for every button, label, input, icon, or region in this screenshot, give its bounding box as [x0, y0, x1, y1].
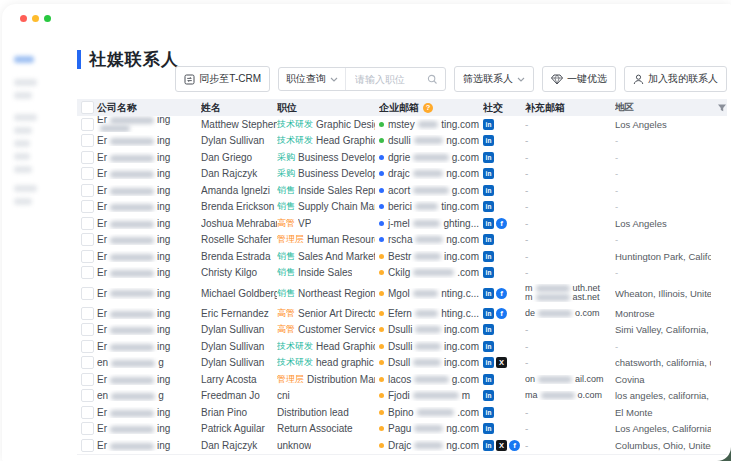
row-checkbox[interactable] [81, 422, 94, 435]
linkedin-icon[interactable]: in [483, 374, 494, 385]
table-row[interactable]: EringBrian PinoDistribution leadBpino.co… [77, 404, 727, 421]
sidebar-item-blurred[interactable] [14, 114, 37, 121]
row-checkbox[interactable] [81, 217, 94, 230]
linkedin-icon[interactable]: in [483, 423, 494, 434]
table-row[interactable]: EringAmanda Ignelzi销售Inside Sales Repres… [77, 182, 727, 199]
minimize-window-button[interactable] [32, 15, 39, 22]
filter-funnel-icon[interactable] [717, 103, 727, 113]
linkedin-icon[interactable]: in [483, 185, 494, 196]
linkedin-icon[interactable]: in [483, 341, 494, 352]
blurred-text [110, 377, 154, 384]
table-row[interactable]: EringEric Fernandez高管Senior Art Director… [77, 305, 727, 322]
row-checkbox[interactable] [81, 167, 94, 180]
table-row[interactable]: EringDylan Sullivan高管Customer Service Re… [77, 322, 727, 339]
row-checkbox[interactable] [81, 307, 94, 320]
position-cell: unknow [277, 440, 379, 451]
blurred-text [110, 138, 154, 145]
linkedin-icon[interactable]: in [483, 357, 494, 368]
table-row[interactable]: EringDylan Sullivan技术研发Head Graphic Desi… [77, 338, 727, 355]
table-row[interactable]: EringJoshua Mehraban高管VPj-melghting...in… [77, 215, 727, 232]
sidebar-item-blurred[interactable] [14, 127, 32, 134]
table-row[interactable]: EringMichael Goldberg销售Northeast Regiona… [77, 281, 727, 305]
row-checkbox[interactable] [81, 134, 94, 147]
sidebar-item-blurred[interactable] [14, 79, 37, 86]
row-checkbox[interactable] [81, 118, 94, 131]
linkedin-icon[interactable]: in [483, 234, 494, 245]
company-cell: Ering [97, 267, 201, 278]
row-checkbox[interactable] [81, 340, 94, 353]
table-row[interactable]: EringBrenda Estrada销售Sales And Marketing… [77, 248, 727, 265]
social-cell: inX [483, 357, 525, 368]
x-twitter-icon[interactable]: X [496, 440, 507, 451]
sidebar-item-blurred[interactable] [14, 198, 32, 205]
row-checkbox-cell [77, 200, 97, 213]
table-row[interactable]: EringMatthew Stephen技术研发Graphic Designer… [77, 116, 727, 133]
row-checkbox[interactable] [81, 439, 94, 452]
table-row[interactable]: EringBrenda Erickson Pe销售Supply Chain Ma… [77, 199, 727, 216]
table-row[interactable]: EringDan RajczykunknowDrajcng.cominXf-Co… [77, 437, 727, 454]
linkedin-icon[interactable]: in [483, 288, 494, 299]
table-row[interactable]: EringDan Griego采购Business Development ..… [77, 149, 727, 166]
linkedin-icon[interactable]: in [483, 218, 494, 229]
linkedin-icon[interactable]: in [483, 308, 494, 319]
one-click-optimize-button[interactable]: 一键优选 [542, 66, 616, 92]
row-checkbox[interactable] [81, 356, 94, 369]
row-checkbox[interactable] [81, 287, 94, 300]
table-row[interactable]: EringRoselle Schafer管理层Human Resources M… [77, 232, 727, 249]
row-checkbox[interactable] [81, 151, 94, 164]
x-twitter-icon[interactable]: X [496, 357, 507, 368]
row-checkbox[interactable] [81, 250, 94, 263]
facebook-icon[interactable]: f [496, 288, 507, 299]
table-row[interactable]: EringChristy Kilgo销售Inside SalesCkilg.co… [77, 265, 727, 282]
linkedin-icon[interactable]: in [483, 168, 494, 179]
linkedin-icon[interactable]: in [483, 135, 494, 146]
select-all-checkbox[interactable] [81, 101, 94, 114]
linkedin-icon[interactable]: in [483, 201, 494, 212]
linkedin-icon[interactable]: in [483, 324, 494, 335]
row-checkbox[interactable] [81, 406, 94, 419]
sidebar-item-blurred[interactable] [14, 185, 37, 192]
row-checkbox[interactable] [81, 323, 94, 336]
linkedin-icon[interactable]: in [483, 407, 494, 418]
contact-name: Dylan Sullivan [201, 357, 277, 368]
sync-to-tcrm-button[interactable]: 同步至T-CRM [175, 66, 270, 92]
sidebar-item-blurred[interactable] [14, 166, 32, 173]
one-click-optimize-label: 一键优选 [567, 72, 607, 86]
table-row[interactable]: EringLarry Acosta管理层Distribution Manager… [77, 371, 727, 388]
linkedin-icon[interactable]: in [483, 251, 494, 262]
row-checkbox[interactable] [81, 389, 94, 402]
row-checkbox[interactable] [81, 233, 94, 246]
position-cell: 销售Supply Chain Manager ... [277, 200, 379, 213]
linkedin-icon[interactable]: in [483, 119, 494, 130]
facebook-icon[interactable]: f [496, 308, 507, 319]
linkedin-icon[interactable]: in [483, 440, 494, 451]
row-checkbox[interactable] [81, 200, 94, 213]
filter-contacts-button[interactable]: 筛选联系人 [454, 66, 534, 92]
row-checkbox[interactable] [81, 184, 94, 197]
linkedin-icon[interactable]: in [483, 390, 494, 401]
help-icon[interactable]: ? [423, 103, 433, 113]
row-checkbox[interactable] [81, 266, 94, 279]
facebook-icon[interactable]: f [509, 440, 520, 451]
position-tag: 销售 [277, 184, 295, 197]
linkedin-icon[interactable]: in [483, 267, 494, 278]
row-checkbox[interactable] [81, 373, 94, 386]
add-to-my-contacts-button[interactable]: 加入我的联系人 [624, 66, 727, 92]
table-row[interactable]: engFreedman JocniFjodiminmao.comlos ange… [77, 388, 727, 405]
close-window-button[interactable] [20, 15, 27, 22]
facebook-icon[interactable]: f [496, 218, 507, 229]
table-row[interactable]: EringDan Rajczyk采购Business Development .… [77, 166, 727, 183]
job-query-select[interactable]: 职位查询 [279, 68, 346, 90]
sidebar-item-blurred[interactable] [14, 140, 30, 147]
table-row[interactable]: EringPatrick AguilarReturn AssociatePagu… [77, 421, 727, 438]
table-row[interactable]: engDylan Sullivan技术研发head graphic design… [77, 355, 727, 372]
search-icon[interactable] [427, 74, 438, 85]
table-row[interactable]: EringDylan Sullivan技术研发Head Graphic Desi… [77, 133, 727, 150]
sidebar-item-blurred[interactable] [14, 153, 30, 160]
position-tag: 销售 [277, 200, 295, 213]
job-search-input[interactable] [353, 73, 427, 86]
maximize-window-button[interactable] [44, 15, 51, 22]
sidebar-item-blurred[interactable] [14, 92, 32, 99]
blurred-text [415, 236, 443, 243]
linkedin-icon[interactable]: in [483, 152, 494, 163]
